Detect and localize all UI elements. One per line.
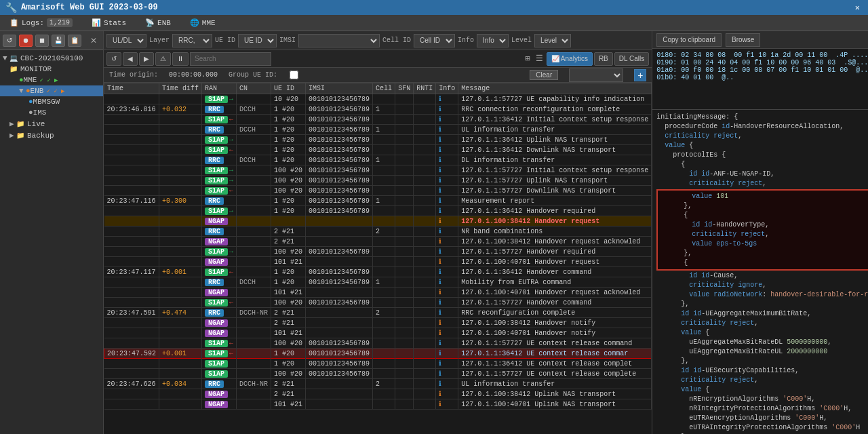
group-ue-checkbox[interactable] — [290, 71, 298, 79]
cell-id-select[interactable]: Cell ID — [414, 34, 455, 47]
level-label: Level — [511, 37, 532, 44]
table-row[interactable]: 20:23:46.816+0.032RRCDCCH1 #200010101234… — [104, 104, 652, 115]
cell-sfn — [395, 359, 414, 369]
cell-cn — [237, 115, 271, 125]
save-button[interactable]: 💾 — [52, 35, 65, 47]
add-button[interactable]: + — [634, 69, 646, 81]
refresh-button[interactable]: ↺ — [3, 35, 16, 47]
cell-ran: NGAP — [202, 288, 237, 298]
close-icon[interactable]: ✕ — [852, 3, 863, 13]
table-row[interactable]: S1AP←100 #20001010123456789ℹ127.0.1.1:57… — [104, 338, 652, 349]
rb-btn[interactable]: RB — [594, 52, 613, 66]
table-row[interactable]: S1AP→1 #20001010123456789ℹ127.0.1.1:3641… — [104, 206, 652, 216]
cell-ueid: 2 #21 — [271, 226, 306, 237]
table-row[interactable]: S1AP←1 #20001010123456789ℹ127.0.1.1:3641… — [104, 115, 652, 125]
cell-cn — [237, 216, 271, 226]
tree-item-enb[interactable]: ▼ ● ENB ✓ ✓ ▶ — [0, 85, 103, 96]
ue-id-select[interactable]: UE ID — [238, 34, 277, 47]
table-row[interactable]: 20:23:47.116+0.300RRC1 #2000101012345678… — [104, 196, 652, 206]
tree-item-monitor[interactable]: 📁 MONITOR — [0, 64, 103, 75]
table-row[interactable]: RRCDCCH1 #200010101234567891ℹUL informat… — [104, 125, 652, 135]
col-time: Time — [104, 83, 159, 94]
cell-sfn — [395, 94, 414, 104]
next-btn[interactable]: ▶ — [139, 52, 154, 66]
cell-rnti — [414, 308, 436, 318]
pause-btn[interactable]: ⏸ — [172, 52, 189, 66]
cell-ueid: 2 #21 — [271, 379, 306, 389]
copy-button[interactable]: 📋 — [68, 35, 81, 47]
table-row[interactable]: NGAP2 #21ℹ127.0.1.100:38412 Uplink NAS t… — [104, 389, 652, 399]
tree-item-live[interactable]: ▶ 📁 Live — [0, 118, 103, 130]
browse-btn[interactable]: Browse — [726, 33, 760, 47]
table-row[interactable]: RRC2 #212ℹNR band combinations — [104, 226, 652, 237]
nav-logs[interactable]: 📋 Logs: 1,219 — [5, 17, 77, 28]
cell-rnti — [414, 206, 436, 216]
tree-item-mbmsgw[interactable]: ● MBMSGW — [0, 96, 103, 107]
table-row[interactable]: NGAP2 #21ℹ127.0.1.100:38412 Handover req… — [104, 237, 652, 247]
cell-cell — [373, 349, 395, 359]
prev-btn[interactable]: ◀ — [123, 52, 138, 66]
table-row[interactable]: NGAP2 #21ℹ127.0.1.100:38412 Handover not… — [104, 318, 652, 328]
cell-timediff — [159, 399, 202, 410]
table-row[interactable]: 20:23:47.592+0.001S1AP←1 #20001010123456… — [104, 349, 652, 359]
status-dot-ims: ● — [28, 108, 33, 117]
table-row[interactable]: S1AP→10 #20001010123456789ℹ127.0.1.1:577… — [104, 94, 652, 104]
cell-sfn — [395, 328, 414, 338]
protocol-badge: RRC — [205, 380, 224, 388]
info-icon: ℹ — [439, 258, 441, 266]
tree-item-ims[interactable]: ● IMS — [0, 107, 103, 118]
cell-message: 127.0.1.100:38412 Handover request — [458, 216, 652, 226]
info-icon: ℹ — [439, 340, 441, 347]
copy-clipboard-btn[interactable]: Copy to clipboard — [656, 33, 722, 47]
nav-mme[interactable]: 🌐 MME — [186, 17, 220, 28]
table-row[interactable]: RRCDCCH1 #200010101234567891ℹDL informat… — [104, 155, 652, 165]
nav-enb[interactable]: 📡 ENB — [141, 17, 175, 28]
mode-select[interactable]: UL/DLULDL — [106, 34, 146, 47]
table-row[interactable]: NGAP101 #21ℹ127.0.1.100:40701 Handover n… — [104, 328, 652, 338]
level-select[interactable]: Level — [534, 34, 571, 47]
table-row[interactable]: S1AP←1 #20001010123456789ℹ127.0.1.1:3641… — [104, 145, 652, 155]
dl-calls-btn[interactable]: DL Calls — [614, 52, 649, 66]
nav-stats[interactable]: 📊 Stats — [87, 17, 130, 28]
cell-sfn — [395, 216, 414, 226]
cell-timediff — [159, 257, 202, 267]
table-row[interactable]: S1AP←100 #20001010123456789ℹ127.0.1.1:57… — [104, 298, 652, 308]
table-row[interactable]: NGAP101 #21ℹ127.0.1.100:40701 Uplink NAS… — [104, 399, 652, 410]
tree-item-mme[interactable]: ● MME ✓ ✓ ▶ — [0, 75, 103, 85]
table-row[interactable]: 20:23:47.117+0.001S1AP←1 #20001010123456… — [104, 267, 652, 277]
tree-item-cbc[interactable]: ▼ 💻 CBC-2021050100 — [0, 53, 103, 64]
table-row[interactable]: S1AP→100 #20001010123456789ℹ127.0.1.1:57… — [104, 247, 652, 257]
table-row[interactable]: S1AP100 #20001010123456789ℹ127.0.1.1:577… — [104, 369, 652, 379]
stop-button[interactable]: ⏹ — [35, 35, 49, 47]
table-row[interactable]: 20:23:47.591+0.474RRCDCCH-NR2 #212ℹRRC r… — [104, 308, 652, 318]
protocol-badge: S1AP — [205, 167, 228, 174]
layer-select[interactable]: RRC,RRCS1APNGAP — [172, 34, 212, 47]
cell-time — [104, 369, 159, 379]
record-button[interactable]: ⏺ — [19, 35, 33, 47]
imsi-select[interactable] — [298, 34, 380, 47]
table-row[interactable]: 20:23:47.626+0.034RRCDCCH-NR2 #212ℹUL in… — [104, 379, 652, 389]
clear-button[interactable]: Clear — [530, 70, 558, 80]
col-rnti: RNTI — [414, 83, 436, 94]
table-row[interactable]: RRCDCCH1 #200010101234567891ℹMobility fr… — [104, 277, 652, 288]
warn-btn[interactable]: ⚠ — [155, 52, 171, 66]
cell-rnti — [414, 237, 436, 247]
table-row[interactable]: S1AP→100 #20001010123456789ℹ127.0.1.1:57… — [104, 176, 652, 186]
cell-sfn — [395, 155, 414, 165]
table-row[interactable]: NGAP101 #21ℹ127.0.1.100:40701 Handover r… — [104, 288, 652, 298]
sidebar-close-button[interactable]: ✕ — [87, 35, 100, 47]
table-row[interactable]: NGAPℹ127.0.1.100:38412 Handover request — [104, 216, 652, 226]
info-select[interactable]: Info — [477, 34, 509, 47]
info-icon: ℹ — [439, 299, 441, 307]
table-row[interactable]: NGAP101 #21ℹ127.0.1.100:40701 Handover r… — [104, 257, 652, 267]
table-row[interactable]: S1AP→1 #20001010123456789ℹ127.0.1.1:3641… — [104, 135, 652, 145]
table-row[interactable]: S1AP→100 #20001010123456789ℹ127.0.1.1:57… — [104, 165, 652, 176]
table-row[interactable]: S1AP←100 #20001010123456789ℹ127.0.1.1:57… — [104, 186, 652, 196]
analytics-btn[interactable]: 📈 Analytics — [547, 52, 593, 66]
table-row[interactable]: S1AP1 #20001010123456789ℹ127.0.1.1:36412… — [104, 359, 652, 369]
tree-item-backup[interactable]: ▶ 📁 Backup — [0, 130, 103, 141]
refresh-btn2[interactable]: ↺ — [106, 52, 121, 66]
table-container[interactable]: Time Time diff RAN CN UE ID IMSI Cell SF… — [104, 83, 652, 434]
search-input[interactable] — [190, 52, 271, 66]
clear-select[interactable] — [569, 68, 623, 82]
